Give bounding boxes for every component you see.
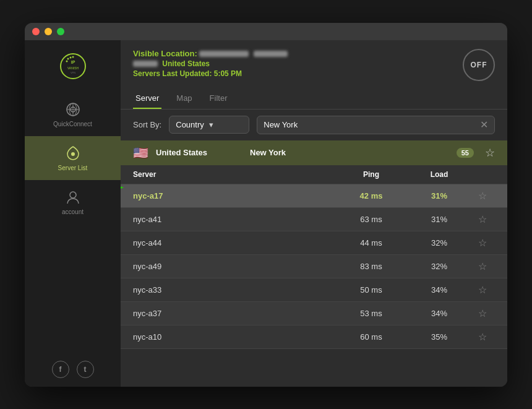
server-fav-4[interactable]: ☆ <box>470 284 495 296</box>
server-name-4: nyc-a33 <box>133 285 334 295</box>
server-list-area: 🇺🇸 United States New York 55 ☆ Server Pi… <box>121 140 507 387</box>
tab-map[interactable]: Map <box>174 88 194 109</box>
server-fav-2[interactable]: ☆ <box>470 237 495 249</box>
server-load-5: 34% <box>408 309 470 318</box>
account-label: account <box>62 209 84 215</box>
location-city: New York <box>250 148 449 157</box>
column-headers: Server Ping Load <box>121 165 507 184</box>
svg-text:IP: IP <box>71 60 75 64</box>
power-button[interactable]: OFF <box>463 49 495 81</box>
sort-label: Sort By: <box>133 120 161 129</box>
server-name-1: nyc-a41 <box>133 215 334 224</box>
server-name-2: nyc-a44 <box>133 238 334 248</box>
server-ping-0: 42 ms <box>334 191 408 200</box>
sort-value: Country <box>176 120 204 129</box>
tab-server-label: Server <box>135 93 159 103</box>
search-clear-icon[interactable]: ✕ <box>480 120 488 130</box>
content-area: Visible Location: United States Servers … <box>121 40 507 387</box>
minimize-button[interactable] <box>45 28 52 35</box>
close-button[interactable] <box>32 28 40 35</box>
serverlist-icon <box>64 145 82 162</box>
server-ping-5: 53 ms <box>334 309 408 318</box>
svg-point-6 <box>72 56 74 58</box>
tab-filter-label: Filter <box>210 93 228 103</box>
server-load-6: 35% <box>408 332 470 342</box>
facebook-button[interactable]: f <box>52 361 69 378</box>
sidebar-social: f t <box>52 352 94 387</box>
table-row[interactable]: nyc-a33 50 ms 34% ☆ <box>121 278 507 302</box>
col-fav-header <box>470 170 495 179</box>
logo-area: IP VANISH VPN <box>59 46 87 86</box>
server-ping-1: 63 ms <box>334 215 408 224</box>
location-star-icon[interactable]: ☆ <box>485 146 495 160</box>
location-count: 55 <box>457 148 474 158</box>
server-load-1: 31% <box>408 215 470 224</box>
server-fav-5[interactable]: ☆ <box>470 308 495 319</box>
col-ping-header: Ping <box>334 170 408 179</box>
server-load-0: 31% <box>408 191 470 200</box>
sort-select[interactable]: Country ▾ <box>169 116 249 134</box>
account-icon <box>64 189 82 206</box>
table-row[interactable]: nyc-a41 63 ms 31% ☆ <box>121 208 507 231</box>
quickconnect-label: QuickConnect <box>53 121 92 127</box>
table-row[interactable]: nyc-a10 60 ms 35% ☆ <box>121 325 507 349</box>
table-row[interactable]: nyc-a49 83 ms 32% ☆ <box>121 255 507 278</box>
ip-blur-2 <box>254 51 288 57</box>
server-fav-6[interactable]: ☆ <box>470 331 495 343</box>
power-label: OFF <box>471 61 487 69</box>
twitter-icon: t <box>84 365 87 374</box>
visible-location: Visible Location: <box>133 49 288 58</box>
server-fav-3[interactable]: ☆ <box>470 260 495 272</box>
server-ping-6: 60 ms <box>334 332 408 342</box>
server-fav-1[interactable]: ☆ <box>470 213 495 225</box>
table-row[interactable]: nyc-a17 42 ms 31% ☆ <box>121 184 507 208</box>
server-ping-4: 50 ms <box>334 285 408 295</box>
server-name-3: nyc-a49 <box>133 262 334 271</box>
server-name-0: nyc-a17 <box>133 191 334 200</box>
col-server-header: Server <box>133 170 334 179</box>
quickconnect-icon <box>64 101 82 118</box>
visible-location-label: Visible Location: <box>133 49 197 58</box>
chevron-down-icon: ▾ <box>209 120 213 129</box>
search-input[interactable] <box>264 120 475 129</box>
header: Visible Location: United States Servers … <box>121 40 507 88</box>
server-controls: Sort By: Country ▾ ✕ <box>121 110 507 140</box>
title-bar <box>25 23 507 40</box>
serverlist-label: Server List <box>58 165 88 171</box>
location-country: United States <box>156 148 242 157</box>
table-row[interactable]: nyc-a37 53 ms 34% ☆ <box>121 302 507 325</box>
sidebar-item-quickconnect[interactable]: QuickConnect <box>25 92 121 136</box>
ip-line: United States <box>133 59 288 68</box>
tab-server[interactable]: Server <box>133 88 161 109</box>
col-load-header: Load <box>408 170 470 179</box>
country-name: United States <box>162 59 210 68</box>
tab-filter[interactable]: Filter <box>207 88 230 109</box>
server-fav-0[interactable]: ☆ <box>470 190 495 202</box>
maximize-button[interactable] <box>57 28 64 35</box>
location-header-row[interactable]: 🇺🇸 United States New York 55 ☆ <box>121 140 507 165</box>
svg-point-14 <box>70 192 76 198</box>
servers-updated: Servers Last Updated: 5:05 PM <box>133 69 288 78</box>
search-box: ✕ <box>257 116 495 134</box>
twitter-button[interactable]: t <box>77 361 94 378</box>
app-window: IP VANISH VPN <box>25 23 507 387</box>
server-name-5: nyc-a37 <box>133 309 334 318</box>
facebook-icon: f <box>59 365 62 374</box>
sidebar: IP VANISH VPN <box>25 40 121 387</box>
sidebar-item-serverlist[interactable]: Server List <box>25 136 121 180</box>
server-rows-container: nyc-a17 42 ms 31% ☆ <box>121 184 507 349</box>
servers-updated-text: Servers Last Updated: 5:05 PM <box>133 69 242 78</box>
server-load-4: 34% <box>408 285 470 295</box>
sidebar-item-account[interactable]: account <box>25 180 121 224</box>
header-info: Visible Location: United States Servers … <box>133 49 288 78</box>
server-load-3: 32% <box>408 262 470 271</box>
us-flag-icon: 🇺🇸 <box>133 145 148 160</box>
server-ping-3: 83 ms <box>334 262 408 271</box>
server-ping-2: 44 ms <box>334 238 408 248</box>
svg-point-5 <box>69 56 71 58</box>
logo-icon: IP VANISH VPN <box>59 53 87 80</box>
svg-point-7 <box>66 60 67 62</box>
table-row[interactable]: nyc-a44 44 ms 32% ☆ <box>121 231 507 255</box>
ip-blur-3 <box>133 61 158 67</box>
server-name-6: nyc-a10 <box>133 332 334 342</box>
